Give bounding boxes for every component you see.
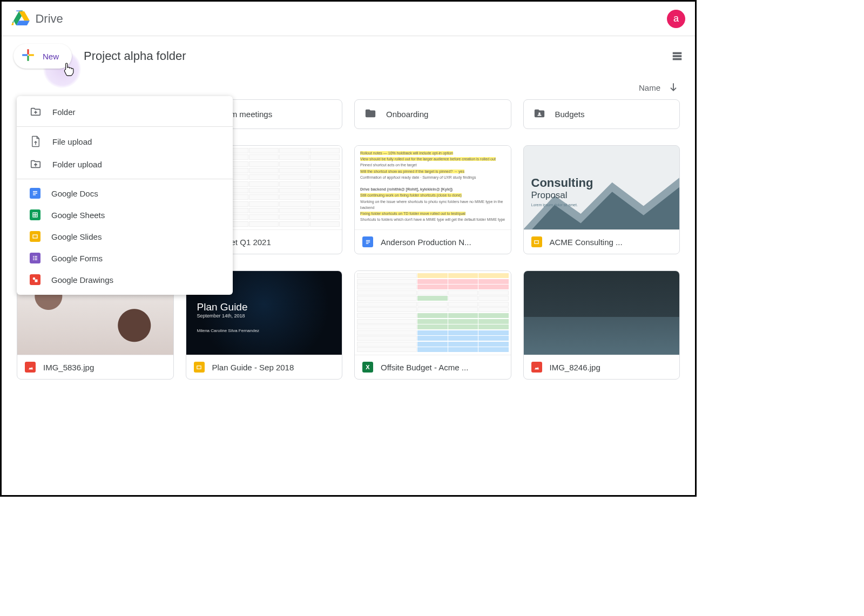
file-thumbnail: Consulting Proposal Lorem ipsum dolor si… [524,146,680,229]
svg-point-23 [33,259,34,260]
svg-marker-39 [28,367,32,369]
folder-card[interactable]: Onboarding [354,99,511,129]
file-name: ACME Consulting ... [550,238,623,247]
svg-rect-24 [35,259,37,260]
sort-direction-button[interactable] [668,82,679,94]
svg-point-21 [33,258,34,259]
file-upload-icon [30,136,42,147]
svg-rect-7 [27,49,29,55]
list-view-button[interactable] [671,50,683,62]
svg-rect-22 [35,258,37,258]
folder-card[interactable]: Budgets [523,99,680,129]
svg-point-19 [33,256,34,257]
file-name: IMG_5836.jpg [43,363,94,372]
svg-rect-20 [35,256,37,256]
docs-icon [362,236,373,247]
svg-rect-9 [22,54,28,56]
menu-item-folder-upload[interactable]: Folder upload [17,153,233,175]
brand[interactable]: Drive [11,10,63,28]
svg-rect-32 [366,240,369,240]
menu-item-google-sheets[interactable]: Google Sheets [17,204,233,226]
shared-folder-icon [534,107,545,121]
slides-icon [531,236,542,247]
file-thumbnail: Rollout notes — 10% holdback will includ… [355,146,511,229]
folder-icon [364,107,376,121]
new-button-label: New [43,52,59,61]
image-icon [531,362,542,373]
svg-rect-10 [29,54,34,56]
menu-item-file-upload[interactable]: File upload [17,130,233,153]
menu-separator [17,126,233,127]
file-card[interactable]: Rollout notes — 10% holdback will includ… [354,145,511,254]
svg-rect-11 [673,52,682,55]
new-folder-icon [30,106,42,118]
folder-name: Budgets [555,110,585,119]
file-thumbnail [524,271,680,355]
sheets-icon [30,209,40,220]
toolbar: New Project alpha folder [2,36,695,75]
menu-item-google-forms[interactable]: Google Forms [17,247,233,269]
svg-rect-8 [27,56,29,61]
svg-rect-26 [35,280,38,282]
svg-rect-15 [33,193,37,194]
drawings-icon [30,274,40,285]
sort-label[interactable]: Name [639,83,660,92]
svg-rect-16 [33,194,36,195]
excel-icon: X [362,362,373,373]
new-dropdown-menu: Folder File upload Folder upload Google … [17,96,233,295]
plus-icon [21,48,35,64]
svg-rect-12 [673,55,682,57]
menu-item-folder[interactable]: Folder [17,100,233,123]
menu-item-google-slides[interactable]: Google Slides [17,226,233,247]
svg-rect-18 [33,235,37,238]
svg-rect-38 [535,240,538,243]
menu-item-google-docs[interactable]: Google Docs [17,182,233,204]
account-avatar[interactable]: a [667,10,685,28]
file-name: Anderson Production N... [381,238,471,247]
new-button[interactable]: New [14,44,72,69]
slides-icon [30,231,40,242]
file-name: Offsite Budget - Acme ... [381,363,468,372]
file-card[interactable]: X Offsite Budget - Acme ... [354,270,511,380]
image-icon [25,362,36,373]
docs-icon [30,188,40,199]
file-name: IMG_8246.jpg [550,363,600,372]
drive-logo-icon [11,10,30,28]
svg-rect-33 [366,241,369,242]
slides-icon [194,362,205,373]
svg-rect-34 [366,243,368,243]
svg-rect-14 [33,191,37,192]
svg-marker-41 [535,367,539,369]
app-name: Drive [35,12,63,26]
file-card[interactable]: Consulting Proposal Lorem ipsum dolor si… [523,145,680,254]
svg-rect-13 [673,58,682,60]
menu-separator [17,179,233,179]
menu-item-google-drawings[interactable]: Google Drawings [17,269,233,290]
forms-icon [30,253,40,263]
page-title: Project alpha folder [84,49,186,63]
svg-rect-40 [197,365,201,369]
folder-name: Onboarding [386,110,428,119]
file-thumbnail [355,271,511,355]
app-header: Drive a [2,2,695,36]
svg-point-27 [538,112,541,114]
folder-upload-icon [30,158,42,170]
file-card[interactable]: IMG_8246.jpg [523,270,680,380]
file-name: Plan Guide - Sep 2018 [212,363,294,372]
